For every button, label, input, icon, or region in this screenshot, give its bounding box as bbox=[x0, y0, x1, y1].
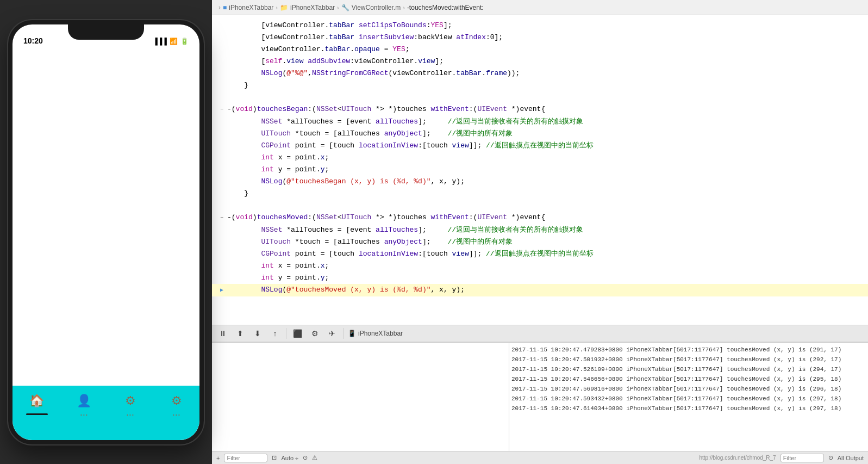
log-line: 2017-11-15 10:20:47.546656+0800 iPhoneXT… bbox=[511, 374, 866, 384]
view-debug-button[interactable]: ⬛ bbox=[291, 327, 304, 340]
line-content-18: NSSet *allTouches = [event allTouches]; … bbox=[227, 224, 864, 236]
toolbar-sep-1 bbox=[286, 328, 286, 339]
console-area: 2017-11-15 10:20:47.479283+0800 iPhoneXT… bbox=[212, 342, 868, 451]
code-line-5: NSLog(@"%@",NSStringFromCGRect(viewContr… bbox=[212, 67, 868, 79]
debug-workflow-button[interactable]: ⚙ bbox=[308, 327, 321, 340]
code-line-21: int x = point.x; bbox=[212, 260, 868, 272]
breadcrumb-sep-3: › bbox=[403, 4, 405, 11]
code-line-8: − -(void)touchesBegan:(NSSet<UITouch *> … bbox=[212, 103, 868, 116]
line-content-5: NSLog(@"%@",NSStringFromCGRect(viewContr… bbox=[227, 67, 864, 79]
code-line-13: int y = point.y; bbox=[212, 164, 868, 176]
view-toggle-icon[interactable]: ⊡ bbox=[272, 454, 277, 461]
console-left-panel bbox=[212, 343, 509, 451]
code-line-1: [viewController.tabBar setClipsToBounds:… bbox=[212, 20, 868, 32]
tab-home[interactable]: 🏠 bbox=[26, 391, 48, 415]
file-icon: 🔧 bbox=[341, 4, 349, 11]
status-time: 10:20 bbox=[23, 36, 43, 45]
execution-arrow: ▶ bbox=[220, 284, 223, 296]
line-content-6: } bbox=[227, 79, 864, 91]
code-line-19: UITouch *touch = [allTouches anyObject];… bbox=[212, 236, 868, 248]
tab-settings1[interactable]: ⚙ • • • bbox=[121, 391, 140, 417]
filter-input-left[interactable] bbox=[224, 454, 267, 462]
code-line-23: ▶ NSLog(@"touchesMoved (x, y) is (%d, %d… bbox=[212, 284, 868, 296]
log-line: 2017-11-15 10:20:47.479283+0800 iPhoneXT… bbox=[511, 345, 866, 355]
debug-toolbar: ⏸ ⬆ ⬇ ↑ ⬛ ⚙ ✈ 📱 iPhoneXTabbar bbox=[212, 325, 868, 342]
console-log-panel[interactable]: 2017-11-15 10:20:47.479283+0800 iPhoneXT… bbox=[509, 343, 868, 451]
breadcrumb: › ■ iPhoneXTabbar › 📁 iPhoneXTabbar › 🔧 … bbox=[212, 0, 868, 15]
home-icon: 🏠 bbox=[27, 391, 47, 411]
toolbar-app-label: 📱 iPhoneXTabbar bbox=[348, 330, 403, 337]
code-line-15: } bbox=[212, 188, 868, 200]
code-line-7 bbox=[212, 91, 868, 103]
tab-active-indicator bbox=[26, 413, 48, 415]
status-icons: ▐▐▐ 📶 🔋 bbox=[153, 38, 189, 45]
phone-simulator: 10:20 ▐▐▐ 📶 🔋 🏠 👤 • • • ⚙ • • • ⚙ bbox=[0, 0, 212, 464]
line-content-21: int x = point.x; bbox=[227, 260, 864, 272]
filter-area-right bbox=[780, 454, 824, 462]
line-content-9: NSSet *allTouches = [event allTouches]; … bbox=[227, 116, 864, 128]
line-gutter-17: − bbox=[216, 212, 227, 224]
code-editor[interactable]: [viewController.tabBar setClipsToBounds:… bbox=[212, 15, 868, 325]
collapse-arrow-2[interactable]: − bbox=[220, 212, 223, 224]
settings-icon-2: ⚙ bbox=[167, 391, 186, 411]
settings-icon-1: ⚙ bbox=[121, 391, 140, 411]
phone-device: 10:20 ▐▐▐ 📶 🔋 🏠 👤 • • • ⚙ • • • ⚙ bbox=[8, 20, 204, 444]
tab-settings2[interactable]: ⚙ • • • bbox=[167, 391, 186, 417]
phone-notch bbox=[68, 24, 144, 40]
code-line-3: viewController.tabBar.opaque = YES; bbox=[212, 44, 868, 55]
line-content-23: NSLog(@"touchesMoved (x, y) is (%d, %d)"… bbox=[227, 284, 864, 296]
collapse-arrow-1[interactable]: − bbox=[220, 104, 223, 116]
app-icon: 📱 bbox=[348, 330, 356, 337]
line-gutter-23: ▶ bbox=[216, 284, 227, 296]
tab-user[interactable]: 👤 • • • bbox=[74, 391, 94, 417]
breadcrumb-folder[interactable]: 📁 iPhoneXTabbar bbox=[280, 4, 335, 11]
pause-button[interactable]: ⏸ bbox=[216, 327, 229, 340]
code-editor-panel: › ■ iPhoneXTabbar › 📁 iPhoneXTabbar › 🔧 … bbox=[212, 0, 868, 464]
add-button[interactable]: + bbox=[216, 455, 220, 461]
step-in-button[interactable]: ⬇ bbox=[251, 327, 264, 340]
code-line-16 bbox=[212, 200, 868, 212]
warning-icon[interactable]: ⚠ bbox=[312, 454, 317, 461]
line-gutter-8: − bbox=[216, 104, 227, 116]
output-view-icon[interactable]: ⊙ bbox=[828, 454, 833, 461]
auto-dropdown[interactable]: Auto ÷ bbox=[281, 455, 298, 461]
code-line-10: UITouch *touch = [allTouches anyObject];… bbox=[212, 128, 868, 140]
breadcrumb-project[interactable]: ■ iPhoneXTabbar bbox=[223, 4, 273, 11]
phone-screen-content bbox=[13, 48, 199, 386]
line-content-11: CGPoint point = [touch locationInView:[t… bbox=[227, 140, 864, 152]
line-content-16 bbox=[227, 200, 864, 212]
log-line: 2017-11-15 10:20:47.526109+0800 iPhoneXT… bbox=[511, 364, 866, 374]
code-line-12: int x = point.x; bbox=[212, 152, 868, 164]
code-line-14: NSLog(@"touchesBegan (x, y) is (%d, %d)"… bbox=[212, 176, 868, 188]
log-line: 2017-11-15 10:20:47.593432+0800 iPhoneXT… bbox=[511, 394, 866, 404]
line-content-1: [viewController.tabBar setClipsToBounds:… bbox=[227, 20, 864, 32]
breadcrumb-file[interactable]: 🔧 ViewController.m bbox=[341, 4, 401, 11]
filter-input-right[interactable] bbox=[780, 454, 824, 462]
tab-dots: • • • bbox=[80, 412, 88, 417]
breadcrumb-sep-1: › bbox=[276, 4, 278, 11]
status-left: + ⊡ Auto ÷ ⊙ ⚠ bbox=[216, 454, 317, 462]
log-line: 2017-11-15 10:20:47.501932+0800 iPhoneXT… bbox=[511, 355, 866, 364]
battery-icon: 🔋 bbox=[180, 38, 189, 45]
status-right: http://blog.csdn.net/chmod_R_7 ⊙ All Out… bbox=[699, 454, 864, 462]
step-over-button[interactable]: ⬆ bbox=[234, 327, 247, 340]
line-content-13: int y = point.y; bbox=[227, 164, 864, 176]
line-content-19: UITouch *touch = [allTouches anyObject];… bbox=[227, 236, 864, 248]
breadcrumb-method: -touchesMoved:withEvent: bbox=[407, 4, 484, 11]
line-content-2: [viewController.tabBar insertSubview:bac… bbox=[227, 32, 864, 44]
line-content-10: UITouch *touch = [allTouches anyObject];… bbox=[227, 128, 864, 140]
location-status-icon[interactable]: ⊙ bbox=[303, 454, 308, 461]
tab-dots-2: • • • bbox=[127, 412, 134, 417]
line-content-15: } bbox=[227, 188, 864, 200]
location-button[interactable]: ✈ bbox=[326, 327, 339, 340]
code-line-6: } bbox=[212, 79, 868, 91]
line-content-22: int y = point.y; bbox=[227, 272, 864, 284]
line-content-12: int x = point.x; bbox=[227, 152, 864, 164]
project-icon: ■ bbox=[223, 4, 227, 11]
step-out-button[interactable]: ↑ bbox=[268, 327, 282, 340]
code-line-9: NSSet *allTouches = [event allTouches]; … bbox=[212, 116, 868, 128]
signal-icon: ▐▐▐ bbox=[153, 38, 167, 45]
log-line: 2017-11-15 10:20:47.614034+0800 iPhoneXT… bbox=[511, 404, 866, 413]
code-line-22: int y = point.y; bbox=[212, 272, 868, 284]
code-line-20: CGPoint point = [touch locationInView:[t… bbox=[212, 248, 868, 260]
